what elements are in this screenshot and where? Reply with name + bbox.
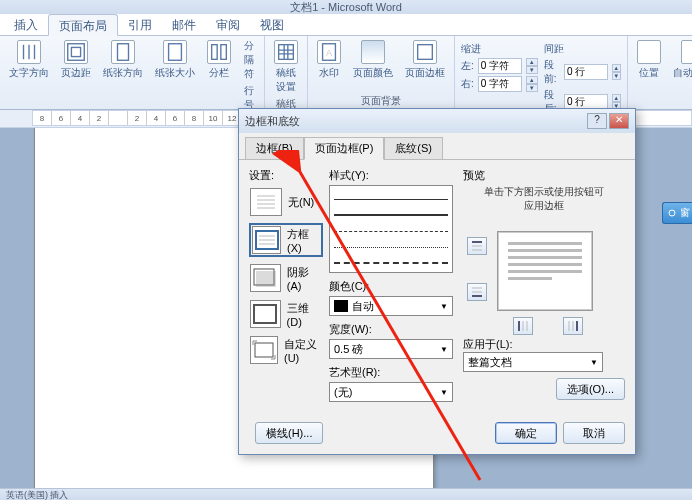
svg-text:A: A — [326, 48, 333, 58]
preview-page[interactable] — [497, 231, 593, 311]
group-arrange: 位置 自动换行 上移一层 — [628, 36, 692, 109]
ok-button[interactable]: 确定 — [495, 422, 557, 444]
svg-rect-3 — [169, 44, 182, 61]
style-label: 样式(Y): — [329, 168, 457, 183]
help-button[interactable]: ? — [587, 113, 607, 129]
spin-up-icon[interactable]: ▲ — [612, 64, 621, 72]
indent-right-label: 右: — [461, 77, 474, 91]
svg-rect-5 — [221, 45, 227, 60]
options-button[interactable]: 选项(O)... — [556, 378, 625, 400]
wrap-button[interactable]: 自动换行 — [670, 38, 692, 107]
color-label: 颜色(C): — [329, 279, 457, 294]
edge-right-button[interactable] — [563, 317, 583, 335]
ribbon-tab-mail[interactable]: 邮件 — [162, 14, 206, 35]
ribbon-tab-references[interactable]: 引用 — [118, 14, 162, 35]
edge-left-button[interactable] — [513, 317, 533, 335]
borders-dialog: 边框和底纹 ? ✕ 边框(B) 页面边框(P) 底纹(S) 设置: 无(N) 方… — [238, 108, 636, 455]
manuscript-button[interactable]: 稿纸 设置 — [271, 38, 301, 96]
edge-bottom-button[interactable] — [467, 283, 487, 301]
cancel-button[interactable]: 取消 — [563, 422, 625, 444]
art-label: 艺术型(R): — [329, 365, 457, 380]
page-color-button[interactable]: 页面颜色 — [350, 38, 396, 93]
ribbon: 文字方向 页边距 纸张方向 纸张大小 分栏 分隔符 行号 断字 页面设置 稿纸 … — [0, 36, 692, 110]
page-borders-button[interactable]: 页面边框 — [402, 38, 448, 93]
svg-rect-13 — [254, 305, 276, 323]
statusbar: 英语(美国) 插入 — [0, 488, 692, 500]
spin-up-icon[interactable]: ▲ — [526, 58, 538, 66]
ribbon-tabs: 插入 页面布局 引用 邮件 审阅 视图 — [0, 14, 692, 36]
color-combo[interactable]: 自动▼ — [329, 296, 453, 316]
width-combo[interactable]: 0.5 磅▼ — [329, 339, 453, 359]
svg-rect-9 — [418, 45, 433, 60]
color-swatch-icon — [334, 300, 348, 312]
hline-button[interactable]: 横线(H)... — [255, 422, 323, 444]
spin-down-icon[interactable]: ▼ — [612, 72, 621, 80]
chevron-down-icon: ▼ — [590, 358, 598, 367]
spin-up-icon[interactable]: ▲ — [612, 94, 621, 102]
spacing-label: 间距 — [544, 42, 621, 56]
group-label-arrange — [634, 107, 692, 109]
spacing-before-label: 段前: — [544, 58, 560, 86]
preview-box — [463, 221, 625, 331]
close-button[interactable]: ✕ — [609, 113, 629, 129]
apply-to-label: 应用于(L): — [463, 337, 625, 352]
group-background: A水印 页面颜色 页面边框 页面背景 — [308, 36, 455, 109]
ribbon-tab-review[interactable]: 审阅 — [206, 14, 250, 35]
group-label-background: 页面背景 — [314, 93, 448, 109]
svg-rect-6 — [279, 45, 294, 60]
titlebar: 文档1 - Microsoft Word — [0, 0, 692, 14]
settings-column: 设置: 无(N) 方框(X) 阴影(A) 三维(D) 自定义(U) — [249, 168, 323, 408]
tab-page-borders[interactable]: 页面边框(P) — [304, 137, 385, 160]
svg-rect-12 — [256, 271, 276, 287]
preview-column: 预览 单击下方图示或使用按钮可 应用边框 应用于(L): 整篇文档▼ 选项(O)… — [463, 168, 625, 408]
settings-label: 设置: — [249, 168, 323, 183]
ribbon-tab-insert[interactable]: 插入 — [4, 14, 48, 35]
tab-borders[interactable]: 边框(B) — [245, 137, 304, 159]
tab-shading[interactable]: 底纹(S) — [384, 137, 443, 159]
svg-rect-1 — [71, 47, 80, 56]
style-column: 样式(Y): 颜色(C): 自动▼ 宽度(W): 0.5 磅▼ 艺术型(R): … — [329, 168, 457, 408]
width-label: 宽度(W): — [329, 322, 457, 337]
side-panel-tab[interactable]: 窗 — [662, 202, 692, 224]
chevron-down-icon: ▼ — [440, 345, 448, 354]
dialog-tabs: 边框(B) 页面边框(P) 底纹(S) — [239, 133, 635, 160]
edge-top-button[interactable] — [467, 237, 487, 255]
group-paper: 稿纸 设置 稿纸 — [265, 36, 308, 109]
chevron-down-icon: ▼ — [440, 302, 448, 311]
position-button[interactable]: 位置 — [634, 38, 664, 107]
breaks-button[interactable]: 分隔符 — [240, 38, 258, 82]
watermark-button[interactable]: A水印 — [314, 38, 344, 93]
svg-rect-4 — [212, 45, 218, 60]
ribbon-tab-layout[interactable]: 页面布局 — [48, 14, 118, 36]
group-paragraph: 缩进 左:▲▼ 右:▲▼ 间距 段前:▲▼ 段后:▲▼ 段落 — [455, 36, 628, 109]
setting-3d[interactable]: 三维(D) — [249, 299, 323, 329]
svg-rect-2 — [118, 44, 129, 61]
setting-box[interactable]: 方框(X) — [249, 223, 323, 257]
setting-shadow[interactable]: 阴影(A) — [249, 263, 323, 293]
setting-custom[interactable]: 自定义(U) — [249, 335, 323, 365]
chevron-down-icon: ▼ — [440, 388, 448, 397]
dialog-titlebar[interactable]: 边框和底纹 ? ✕ — [239, 109, 635, 133]
spin-down-icon[interactable]: ▼ — [526, 66, 538, 74]
indent-left-input[interactable] — [478, 58, 522, 74]
spacing-before-input[interactable] — [564, 64, 608, 80]
svg-rect-14 — [255, 343, 273, 357]
indent-left-label: 左: — [461, 59, 474, 73]
spin-up-icon[interactable]: ▲ — [526, 76, 538, 84]
dialog-title: 边框和底纹 — [245, 114, 300, 129]
svg-rect-0 — [68, 44, 85, 61]
spin-down-icon[interactable]: ▼ — [526, 84, 538, 92]
ribbon-tab-view[interactable]: 视图 — [250, 14, 294, 35]
indent-right-input[interactable] — [478, 76, 522, 92]
style-listbox[interactable] — [329, 185, 453, 273]
setting-none[interactable]: 无(N) — [249, 187, 323, 217]
art-combo[interactable]: (无)▼ — [329, 382, 453, 402]
group-page-setup: 文字方向 页边距 纸张方向 纸张大小 分栏 分隔符 行号 断字 页面设置 — [0, 36, 265, 109]
apply-to-combo[interactable]: 整篇文档▼ — [463, 352, 603, 372]
preview-hint: 单击下方图示或使用按钮可 应用边框 — [463, 185, 625, 213]
link-icon — [666, 207, 678, 219]
indent-label: 缩进 — [461, 42, 538, 56]
preview-label: 预览 — [463, 168, 625, 183]
